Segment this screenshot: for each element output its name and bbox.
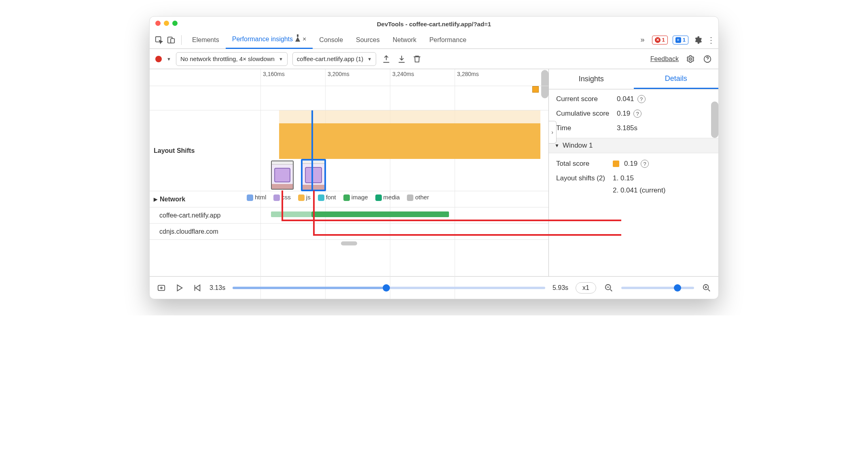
score-details: Current score 0.041? Cumulative score 0.… <box>549 89 718 138</box>
cls-color-swatch <box>613 161 619 167</box>
horizontal-scrollbar[interactable] <box>150 240 548 247</box>
window-section-header[interactable]: ▼ Window 1 <box>549 138 718 153</box>
ruler-track: 3,160ms 3,200ms 3,240ms 3,280ms <box>247 69 548 86</box>
total-score-label: Total score <box>556 160 613 168</box>
legend-swatch-other <box>407 194 413 201</box>
chevron-down-icon: ▼ <box>555 143 559 148</box>
network-request-row[interactable]: coffee-cart.netlify.app <box>150 207 548 224</box>
network-legend: html css js font image media other <box>247 191 548 203</box>
issues-badge[interactable]: ≡1 <box>673 36 688 44</box>
legend-swatch-font <box>318 194 324 201</box>
cumulative-score-value: 0.19 <box>617 110 630 118</box>
layout-shifts-row: Layout Shifts <box>150 110 548 191</box>
chevron-down-icon: ▼ <box>367 57 372 61</box>
layout-shift-item[interactable]: 1. 0.15 <box>613 174 634 182</box>
help-icon[interactable]: ? <box>633 110 641 118</box>
cls-window-band <box>279 110 540 159</box>
annotation-line <box>282 190 283 221</box>
tab-network[interactable]: Network <box>386 31 423 49</box>
chevron-down-icon: ▼ <box>279 57 283 61</box>
layout-shift-thumbnail-selected[interactable] <box>301 159 326 191</box>
zoom-out-icon[interactable] <box>603 283 614 293</box>
playback-start-time: 3.13s <box>210 284 225 292</box>
tab-performance[interactable]: Performance <box>423 31 473 49</box>
layout-shifts-count-label: Layout shifts (2) <box>556 174 613 182</box>
network-request-row[interactable]: cdnjs.cloudflare.com <box>150 224 548 240</box>
devtools-tabbar: Elements Performance insights × Console … <box>150 31 718 49</box>
tab-console[interactable]: Console <box>313 31 349 49</box>
preview-icon[interactable] <box>156 283 167 293</box>
record-button[interactable] <box>155 56 162 62</box>
time-ruler[interactable]: 3,160ms 3,200ms 3,240ms 3,280ms <box>150 69 548 86</box>
network-bar[interactable] <box>311 211 449 217</box>
delete-icon[interactable] <box>412 54 422 64</box>
annotation-line <box>282 220 621 221</box>
tab-details[interactable]: Details <box>634 69 719 89</box>
import-icon[interactable] <box>396 54 407 64</box>
tab-insights[interactable]: Insights <box>549 69 634 89</box>
separator <box>181 35 182 45</box>
close-window-button[interactable] <box>155 21 161 26</box>
help-icon[interactable]: ? <box>641 160 649 168</box>
devtools-window: DevTools - coffee-cart.netlify.app/?ad=1… <box>149 16 719 299</box>
network-label: Network <box>160 196 185 203</box>
window-section-body: Total score 0.19? Layout shifts (2) 1. 0… <box>549 153 718 201</box>
cumulative-score-label: Cumulative score <box>556 110 617 118</box>
playback-slider[interactable] <box>233 287 545 289</box>
inspect-element-icon[interactable] <box>153 36 165 44</box>
playhead-marker[interactable] <box>311 110 313 191</box>
feedback-link[interactable]: Feedback <box>650 55 679 63</box>
experiment-icon <box>295 37 300 42</box>
annotation-line <box>313 234 621 236</box>
time-label: Time <box>556 124 617 132</box>
svg-rect-5 <box>158 285 165 290</box>
expand-sidebar-button[interactable]: › <box>548 121 557 144</box>
layout-shift-item[interactable]: 2. 0.041 (current) <box>613 186 665 194</box>
legend-swatch-js <box>298 194 305 201</box>
vertical-scrollbar[interactable] <box>711 101 718 138</box>
device-toolbar-icon[interactable] <box>165 36 177 44</box>
tab-sources[interactable]: Sources <box>349 31 386 49</box>
legend-swatch-html <box>247 194 253 201</box>
playback-speed[interactable]: x1 <box>576 282 596 294</box>
tab-elements[interactable]: Elements <box>186 31 226 49</box>
layout-shifts-track[interactable] <box>247 110 548 191</box>
window-controls <box>155 21 178 26</box>
zoom-slider[interactable] <box>621 287 694 289</box>
close-tab-icon[interactable]: × <box>303 36 306 43</box>
legend-swatch-css <box>273 194 280 201</box>
minimize-window-button[interactable] <box>164 21 169 26</box>
network-bar[interactable] <box>271 211 311 217</box>
svg-point-6 <box>161 287 162 289</box>
current-score-label: Current score <box>556 95 617 103</box>
network-host: cdnjs.cloudflare.com <box>150 224 247 239</box>
help-icon[interactable]: ? <box>637 95 646 103</box>
zoom-in-icon[interactable] <box>701 283 712 293</box>
kebab-menu-icon[interactable]: ⋮ <box>707 35 715 45</box>
settings-gear-icon[interactable] <box>693 36 702 44</box>
errors-badge[interactable]: ✕1 <box>652 36 668 44</box>
record-options-icon[interactable]: ▼ <box>167 57 171 61</box>
skip-back-button[interactable] <box>192 283 202 293</box>
timeline-pane: 3,160ms 3,200ms 3,240ms 3,280ms Layout S… <box>150 69 548 276</box>
more-tabs-icon[interactable]: » <box>638 36 647 44</box>
layout-shift-thumbnail[interactable] <box>271 161 294 190</box>
playback-footer: 3.13s 5.93s x1 <box>150 276 718 299</box>
titlebar: DevTools - coffee-cart.netlify.app/?ad=1 <box>150 17 718 31</box>
playback-end-time: 5.93s <box>553 284 568 292</box>
current-score-value: 0.041 <box>617 95 634 103</box>
tab-performance-insights[interactable]: Performance insights × <box>226 31 313 49</box>
timeline-row <box>150 86 548 110</box>
expand-icon[interactable]: ▶ <box>154 197 157 202</box>
play-button[interactable] <box>174 283 184 293</box>
zoom-window-button[interactable] <box>172 21 178 26</box>
svg-point-3 <box>689 58 692 60</box>
export-icon[interactable] <box>381 54 392 64</box>
network-header-row: ▶Network html css js font image media ot… <box>150 191 548 207</box>
panel-settings-icon[interactable] <box>685 54 696 64</box>
recording-select[interactable]: coffee-cart.netlify.app (1)▼ <box>292 52 376 66</box>
details-tabs: Insights Details <box>549 69 718 89</box>
main-content: 3,160ms 3,200ms 3,240ms 3,280ms Layout S… <box>150 69 718 276</box>
help-icon[interactable] <box>702 54 713 64</box>
throttling-select[interactable]: No network throttling, 4× slowdown▼ <box>176 52 288 66</box>
